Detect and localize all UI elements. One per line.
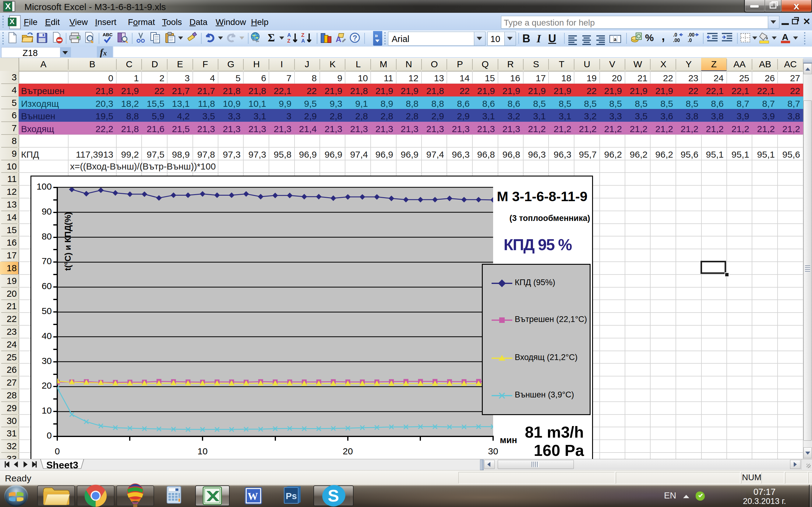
svg-text:W: W (248, 491, 258, 502)
svg-text:S: S (328, 486, 339, 505)
svg-text:Ps: Ps (286, 491, 297, 501)
